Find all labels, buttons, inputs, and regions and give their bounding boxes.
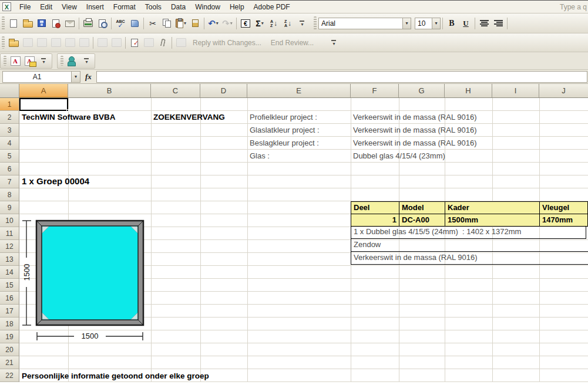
row-header-12[interactable]: 12 xyxy=(0,240,19,253)
autosum-button[interactable]: Σ▾ xyxy=(253,16,267,31)
formatting-toolbar-handle[interactable] xyxy=(314,16,317,30)
table-header-model[interactable]: Model xyxy=(399,201,445,214)
help-question-box[interactable]: Type a q xyxy=(560,3,588,11)
menu-tools[interactable]: Tools xyxy=(140,1,166,13)
cell-a7-group-title[interactable]: 1 x Groep 00004 xyxy=(22,175,89,188)
undo-button[interactable]: ↶▾ xyxy=(206,16,220,31)
table-glass-line[interactable]: 1 x Dubbel glas 4/15/5 (24mm) : 1402 x 1… xyxy=(351,226,586,239)
open-button[interactable] xyxy=(21,16,35,31)
column-header-g[interactable]: G xyxy=(399,84,445,97)
row-header-13[interactable]: 13 xyxy=(0,253,19,266)
cell-f4[interactable]: Verkeerswit in de massa (RAL 9016) xyxy=(353,137,477,150)
reviewing-toolbar-options-button[interactable]: ▾ xyxy=(327,36,341,50)
column-header-c[interactable]: C xyxy=(151,84,200,97)
column-header-h[interactable]: H xyxy=(445,84,492,97)
attach-file-button[interactable] xyxy=(156,36,170,50)
spelling-button[interactable]: ABC ✓ xyxy=(113,16,127,31)
row-header-1[interactable]: 1 xyxy=(0,98,19,111)
convert-and-email-pdf-button[interactable]: A xyxy=(22,54,36,68)
row-header-16[interactable]: 16 xyxy=(0,292,19,305)
sort-descending-button[interactable]: ZA ↓ xyxy=(281,16,295,31)
reply-with-changes-label[interactable]: Reply with Changes... xyxy=(193,39,261,47)
row-header-7[interactable]: 7 xyxy=(0,175,19,188)
cell-f2[interactable]: Verkeerswit in de massa (RAL 9016) xyxy=(353,111,477,124)
track-changes-button[interactable]: ✓ xyxy=(127,36,142,50)
underline-button[interactable]: U xyxy=(459,16,473,31)
cell-f5[interactable]: Dubbel glas 4/15/4 (23mm) xyxy=(353,150,445,163)
redo-button[interactable]: ↷▾ xyxy=(220,16,234,31)
row-header-18[interactable]: 18 xyxy=(0,318,19,330)
print-button[interactable] xyxy=(81,16,95,31)
cut-button[interactable]: ✂ xyxy=(146,16,160,31)
menu-format[interactable]: Format xyxy=(109,1,140,13)
row-header-3[interactable]: 3 xyxy=(0,124,19,137)
table-header-kader[interactable]: Kader xyxy=(445,201,540,214)
menu-data[interactable]: Data xyxy=(166,1,190,13)
format-painter-button[interactable] xyxy=(188,16,202,31)
email-button[interactable] xyxy=(63,16,77,31)
menu-view[interactable]: View xyxy=(57,1,82,13)
bold-button[interactable]: B xyxy=(445,16,459,31)
save-button[interactable] xyxy=(35,16,49,31)
row-header-21[interactable]: 21 xyxy=(0,356,19,369)
column-header-b[interactable]: B xyxy=(68,84,151,97)
formula-input[interactable] xyxy=(96,71,587,83)
next-change-button[interactable] xyxy=(109,36,123,50)
reply-with-changes-button[interactable] xyxy=(174,36,188,50)
permission-button[interactable] xyxy=(49,16,63,31)
row-header-15[interactable]: 15 xyxy=(0,279,19,292)
row-header-4[interactable]: 4 xyxy=(0,137,19,150)
column-header-a[interactable]: A xyxy=(19,84,68,97)
sort-ascending-button[interactable]: AZ ↓ xyxy=(267,16,281,31)
row-header-20[interactable]: 20 xyxy=(0,343,19,356)
table-color-line[interactable]: Verkeerswit in de massa (RAL 9016) xyxy=(351,252,588,265)
insert-function-button[interactable]: fx xyxy=(80,72,96,82)
update-file-button[interactable] xyxy=(142,36,156,50)
active-cell-selection[interactable] xyxy=(19,98,68,111)
menu-adobe-pdf[interactable]: Adobe PDF xyxy=(249,1,295,13)
name-box[interactable]: A1 xyxy=(2,71,72,83)
show-all-comments-button[interactable] xyxy=(63,36,77,50)
table-cell-model[interactable]: DC-A00 xyxy=(399,214,445,227)
column-header-i[interactable]: I xyxy=(492,84,539,97)
table-header-vleugel[interactable]: Vleugel xyxy=(539,201,588,214)
align-right-button[interactable] xyxy=(491,16,505,31)
cell-c2[interactable]: ZOEKENVERVANG xyxy=(153,111,225,124)
font-size-combo[interactable]: 10 ▾ xyxy=(415,18,441,29)
previous-comment-button[interactable] xyxy=(21,36,35,50)
show-comment-button[interactable] xyxy=(49,36,63,50)
cell-a22-footer[interactable]: Persoonlijke informatie getoond onder el… xyxy=(22,370,209,383)
column-header-d[interactable]: D xyxy=(200,84,247,97)
reviewing-toolbar-handle[interactable] xyxy=(2,36,5,49)
table-cell-vleugel[interactable]: 1470mm xyxy=(539,214,588,227)
font-name-dropdown-icon[interactable]: ▾ xyxy=(402,18,411,29)
align-center-button[interactable] xyxy=(477,16,491,31)
menu-help[interactable]: Help xyxy=(225,1,249,13)
row-header-2[interactable]: 2 xyxy=(0,111,19,124)
table-cell-kader[interactable]: 1500mm xyxy=(445,214,540,227)
row-header-17[interactable]: 17 xyxy=(0,305,19,318)
pdf-toolbar-options-button[interactable]: ▾ xyxy=(36,54,51,68)
toolbar-drag-handle[interactable] xyxy=(2,16,5,30)
table-header-deel[interactable]: Deel xyxy=(351,201,399,214)
print-preview-button[interactable] xyxy=(95,16,109,31)
font-name-combo[interactable]: Arial ▾ xyxy=(318,18,411,29)
cell-a2[interactable]: TechWIN Software BVBA xyxy=(22,111,116,124)
select-all-corner[interactable] xyxy=(0,84,19,97)
row-header-22[interactable]: 22 xyxy=(0,369,19,382)
menu-file[interactable]: File xyxy=(15,1,35,13)
menu-window[interactable]: Window xyxy=(190,1,225,13)
previous-change-button[interactable] xyxy=(95,36,109,50)
sheet-grid[interactable]: 1 2 3 4 5 6 7 8 9 10 11 12 13 14 15 16 1… xyxy=(0,98,588,385)
euro-convert-button[interactable]: € xyxy=(238,16,253,31)
table-cell-deel[interactable]: 1 xyxy=(351,214,399,227)
cell-e5[interactable]: Glas : xyxy=(250,150,270,163)
pdf-toolbar-handle[interactable] xyxy=(4,56,6,66)
delete-comment-button[interactable] xyxy=(77,36,91,50)
edit-comment-button[interactable] xyxy=(6,36,21,50)
research-button[interactable] xyxy=(127,16,142,31)
copy-button[interactable] xyxy=(160,16,174,31)
next-comment-button[interactable] xyxy=(35,36,49,50)
row-header-5[interactable]: 5 xyxy=(0,150,19,163)
convert-to-pdf-button[interactable]: A xyxy=(8,54,22,68)
